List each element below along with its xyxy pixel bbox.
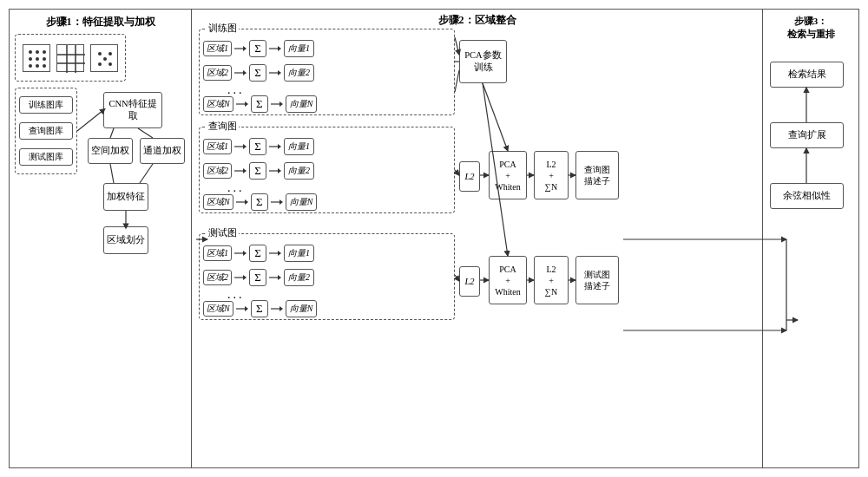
ts-regionN: 区域N <box>203 301 233 317</box>
test-descriptor: 测试图描述子 <box>575 256 619 304</box>
svg-line-71 <box>483 83 508 151</box>
training-group: 训练图 区域1 Σ 向量1 区域2 Σ 向量2 ··· 区域N <box>199 29 455 115</box>
svg-marker-33 <box>245 101 248 107</box>
svg-line-22 <box>140 164 153 183</box>
svg-point-16 <box>98 62 102 66</box>
ts-sigmaN: Σ <box>251 300 268 317</box>
svg-marker-57 <box>245 306 248 311</box>
main-diagram: 步骤1：特征提取与加权 训练图库 查询图库 测试图库 CNN特征提取 <box>9 9 859 468</box>
query-row2: 区域2 Σ 向量2 <box>203 162 314 180</box>
ts-vector2: 向量2 <box>284 269 314 286</box>
q-vector1: 向量1 <box>284 138 314 155</box>
test-library: 测试图库 <box>19 148 73 166</box>
query-library: 查询图库 <box>19 122 73 140</box>
svg-marker-41 <box>243 168 247 173</box>
svg-marker-25 <box>243 46 247 51</box>
svg-point-6 <box>29 64 32 68</box>
svg-marker-45 <box>245 199 248 205</box>
step1-panel: 步骤1：特征提取与加权 训练图库 查询图库 测试图库 CNN特征提取 <box>10 10 192 467</box>
image-1 <box>23 44 50 72</box>
training-rowN: 区域N Σ 向量N <box>203 95 317 113</box>
svg-marker-53 <box>243 275 247 280</box>
query-descriptor: 查询图描述子 <box>575 151 619 199</box>
svg-line-18 <box>77 110 103 131</box>
sigma1: Σ <box>249 40 266 57</box>
training-label: 训练图 <box>207 23 239 35</box>
search-result: 检索结果 <box>770 62 844 88</box>
svg-marker-39 <box>278 144 281 149</box>
test-rowN: 区域N Σ 向量N <box>203 300 317 317</box>
svg-point-17 <box>108 62 112 66</box>
svg-point-8 <box>43 64 46 68</box>
cnn-block: CNN特征提取 <box>103 92 162 128</box>
query-label: 查询图 <box>207 121 239 133</box>
ts-sigma2: Σ <box>249 269 266 286</box>
spatial-block: 空间加权 <box>88 138 133 164</box>
svg-line-20 <box>138 128 153 138</box>
sigma2: Σ <box>249 64 266 82</box>
query-pca-whiten: PCA+Whiten <box>489 151 527 199</box>
q-sigma2: Σ <box>249 162 266 180</box>
test-pca-whiten: PCA+Whiten <box>489 256 527 304</box>
svg-point-1 <box>36 50 39 54</box>
sigmaN: Σ <box>251 95 268 113</box>
pca-train-block: PCA参数训练 <box>459 40 507 83</box>
ts-vectorN: 向量N <box>286 300 318 317</box>
test-group: 测试图 区域1 Σ 向量1 区域2 Σ 向量2 ··· 区域N Σ <box>199 233 455 320</box>
q-region1: 区域1 <box>203 139 232 154</box>
query-l2: L2 <box>459 161 480 192</box>
svg-marker-59 <box>279 306 283 311</box>
step2-title: 步骤2：区域整合 <box>195 13 759 28</box>
training-row2: 区域2 Σ 向量2 <box>203 64 314 82</box>
svg-point-14 <box>108 52 112 56</box>
svg-marker-31 <box>278 70 281 75</box>
libraries-container: 训练图库 查询图库 测试图库 <box>15 88 77 174</box>
t-region1: 区域1 <box>203 41 232 56</box>
svg-marker-29 <box>243 70 247 75</box>
svg-point-5 <box>43 57 46 61</box>
t-vector1: 向量1 <box>284 40 314 57</box>
svg-point-4 <box>36 57 39 61</box>
svg-line-19 <box>110 128 114 138</box>
step1-title: 步骤1：特征提取与加权 <box>15 15 186 29</box>
t-vector2: 向量2 <box>284 64 314 82</box>
test-row1: 区域1 Σ 向量1 <box>203 245 314 262</box>
ts-sigma1: Σ <box>249 245 266 262</box>
svg-marker-27 <box>278 46 281 51</box>
image-3 <box>90 44 118 72</box>
test-l2-sum: L2+∑N <box>534 256 569 304</box>
t-regionN: 区域N <box>203 96 233 112</box>
q-vector2: 向量2 <box>284 162 314 180</box>
query-rowN: 区域N Σ 向量N <box>203 193 317 211</box>
train-library: 训练图库 <box>19 96 73 114</box>
svg-marker-51 <box>278 251 281 256</box>
query-row1: 区域1 Σ 向量1 <box>203 138 314 155</box>
query-l2-sum: L2+∑N <box>534 151 569 199</box>
test-l2: L2 <box>459 266 480 297</box>
q-regionN: 区域N <box>203 194 233 210</box>
training-row1: 区域1 Σ 向量1 <box>203 40 314 57</box>
svg-line-21 <box>110 164 114 183</box>
test-label: 测试图 <box>207 227 239 239</box>
svg-marker-47 <box>279 199 283 205</box>
svg-marker-49 <box>243 251 247 256</box>
svg-marker-37 <box>243 144 247 149</box>
region-partition-block: 区域划分 <box>103 226 148 254</box>
ts-vector1: 向量1 <box>284 245 314 262</box>
svg-marker-43 <box>278 168 281 173</box>
ts-region2: 区域2 <box>203 270 232 285</box>
svg-point-2 <box>43 50 46 54</box>
step3-title: 步骤3：检索与重排 <box>766 15 855 42</box>
svg-point-0 <box>29 50 32 54</box>
svg-marker-55 <box>278 275 281 280</box>
ts-region1: 区域1 <box>203 245 232 261</box>
query-group: 查询图 区域1 Σ 向量1 区域2 Σ 向量2 ··· 区域N Σ <box>199 127 455 213</box>
q-sigmaN: Σ <box>251 193 268 211</box>
svg-point-7 <box>36 64 39 68</box>
test-row2: 区域2 Σ 向量2 <box>203 269 314 286</box>
images-container <box>15 34 126 82</box>
svg-point-3 <box>29 57 32 61</box>
svg-point-15 <box>103 57 107 61</box>
channel-block: 通道加权 <box>140 138 185 164</box>
image-2 <box>56 44 84 72</box>
